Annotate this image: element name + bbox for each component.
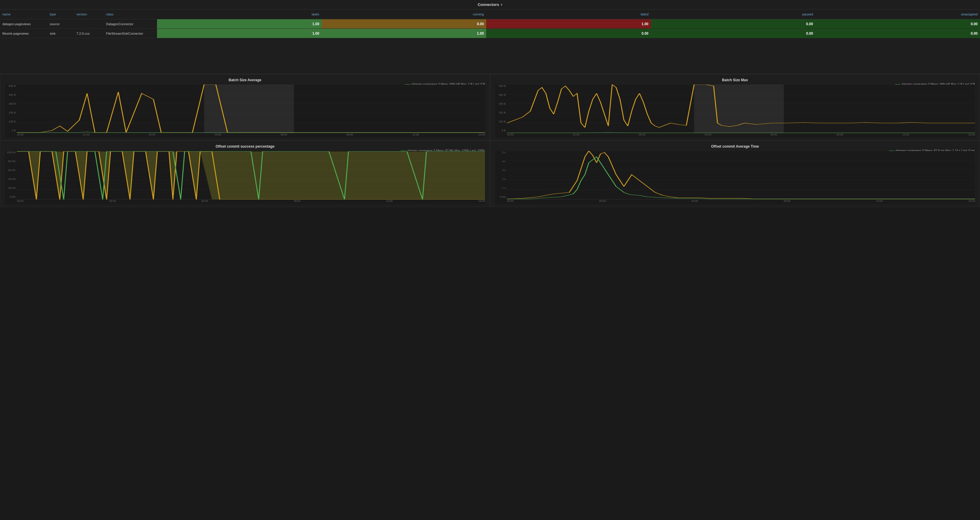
chart-area-offset-avg-time: 5 s 4 s 3 s 2 s 1 s 0 ms 20:00 (495, 151, 975, 204)
col-header-tasks: tasks (157, 11, 322, 17)
empty-area (0, 38, 980, 74)
chart-batch-size-max-title: Batch Size Max (495, 78, 975, 82)
row1-running: 0.00 (322, 19, 487, 29)
row2-unassigned: 0.00 (815, 29, 980, 38)
chart-area-batch-size-avg: 500 B 400 B 300 B 200 B 100 B 0 B (5, 85, 485, 138)
row2-name: filesink-pageviews (0, 29, 48, 38)
col-header-running: running (322, 11, 487, 17)
x-labels-offset-success: 20:00 00:00 04:00 08:00 12:00 16:00 (17, 199, 485, 204)
chart-offset-commit-success: Offset commit success percentage datagen… (0, 140, 490, 207)
svg-rect-13 (694, 85, 784, 133)
col-header-failed: failed (486, 11, 651, 17)
row1-type: source (48, 19, 74, 29)
table-header-row: name type version class tasks running fa… (0, 10, 980, 19)
row1-paused: 0.00 (651, 19, 816, 29)
chart-svg-batch-size-avg (17, 85, 485, 133)
chart-area-offset-success: 100.0% 80.0% 60.0% 40.0% 20.0% 0.0% (5, 151, 485, 204)
charts-section: Batch Size Average datagen-pageviews-0 M… (0, 74, 980, 207)
row1-failed: 1.00 (486, 19, 651, 29)
col-header-paused: paused (651, 11, 816, 17)
row2-paused: 0.00 (651, 29, 816, 38)
row2-version: 7.2.0-ccs (74, 29, 104, 38)
connectors-section: Connectors ∨ name type version class tas… (0, 0, 980, 74)
chart-svg-offset-success (17, 151, 485, 199)
col-header-name: name (0, 11, 48, 17)
table-row[interactable]: datagen-pageviews source DatagenConnecto… (0, 19, 980, 29)
col-header-version: version (74, 11, 104, 17)
row1-name: datagen-pageviews (0, 19, 48, 29)
chart-batch-size-avg-title: Batch Size Average (5, 78, 485, 82)
chevron-down-icon: ∨ (500, 3, 503, 6)
row2-type: sink (48, 29, 74, 38)
chart-svg-batch-size-max (507, 85, 975, 133)
row1-class: DatagenConnector (104, 19, 157, 29)
row2-tasks: 1.00 (157, 29, 322, 38)
table-row[interactable]: filesink-pageviews sink 7.2.0-ccs FileSt… (0, 29, 980, 38)
chart-batch-size-max: Batch Size Max datagen-pageviews-0 Mean:… (490, 74, 980, 140)
y-labels-offset-success: 100.0% 80.0% 60.0% 40.0% 20.0% 0.0% (5, 151, 17, 198)
row2-failed: 0.00 (486, 29, 651, 38)
col-header-unassigned: unassigned (815, 11, 980, 17)
y-labels-offset-avg-time: 5 s 4 s 3 s 2 s 1 s 0 ms (495, 151, 507, 198)
chart-batch-size-avg: Batch Size Average datagen-pageviews-0 M… (0, 74, 490, 140)
chart-svg-offset-avg-time (507, 151, 975, 199)
x-labels-batch-size-avg: 18:00 21:00 00:00 03:00 06:00 09:00 12:0… (17, 133, 485, 138)
y-labels-batch-size-max: 500 B 400 B 300 B 200 B 100 B 0 B (495, 85, 507, 132)
row1-unassigned: 0.00 (815, 19, 980, 29)
chart-offset-commit-avg-time-title: Offset commit Average Time (495, 144, 975, 148)
chart-area-batch-size-max: 500 B 400 B 300 B 200 B 100 B 0 B (495, 85, 975, 138)
row1-version (74, 19, 104, 29)
row2-running: 1.00 (322, 29, 487, 38)
chart-offset-commit-avg-time: Offset commit Average Time datagen-pagev… (490, 140, 980, 207)
col-header-type: type (48, 11, 74, 17)
y-labels-batch-size-avg: 500 B 400 B 300 B 200 B 100 B 0 B (5, 85, 17, 132)
col-header-class: class (104, 11, 157, 17)
connectors-table: name type version class tasks running fa… (0, 10, 980, 38)
chart-offset-commit-success-title: Offset commit success percentage (5, 144, 485, 148)
row1-tasks: 1.00 (157, 19, 322, 29)
connectors-title: Connectors (477, 2, 499, 7)
x-labels-offset-avg-time: 20:00 00:00 04:00 08:00 12:00 16:00 (507, 199, 975, 204)
connectors-header[interactable]: Connectors ∨ (0, 0, 980, 10)
row2-class: FileStreamSinkConnector (104, 29, 157, 38)
x-labels-batch-size-max: 18:00 21:00 00:00 03:00 06:00 09:00 12:0… (507, 133, 975, 138)
